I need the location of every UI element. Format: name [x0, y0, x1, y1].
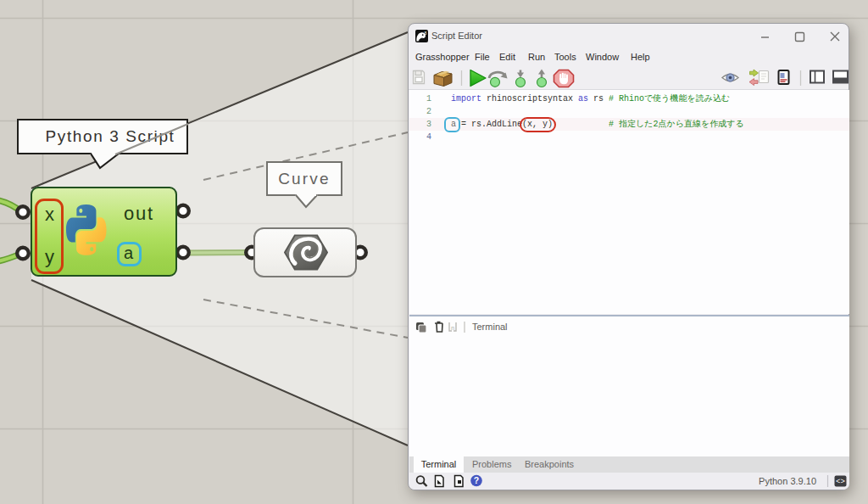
svg-text:?: ? [474, 475, 479, 485]
svg-text:8: 8 [424, 31, 426, 36]
svg-text:<>: <> [836, 478, 845, 486]
svg-text:n: n [451, 325, 454, 332]
